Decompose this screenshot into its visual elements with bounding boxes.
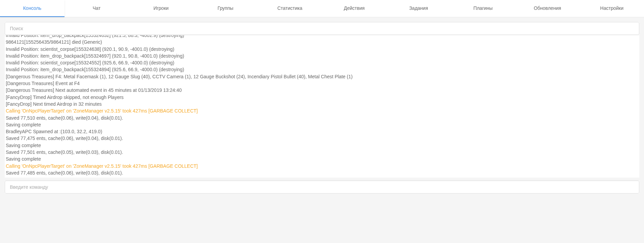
tab-groups[interactable]: Группы <box>193 0 258 17</box>
tab-statistics[interactable]: Статистика <box>258 0 322 17</box>
log-line: BradleyAPC Spawned at :(103.0, 32.2, 419… <box>5 128 639 135</box>
tab-tasks[interactable]: Задания <box>386 0 451 17</box>
log-line: Saved 77,501 ents, cache(0.05), write(0.… <box>5 149 639 156</box>
log-line: Calling 'OnNpcPlayerTarget' on 'ZoneMana… <box>5 107 639 114</box>
tab-console[interactable]: Консоль <box>0 0 65 17</box>
tab-plugins[interactable]: Плагины <box>451 0 515 17</box>
tab-settings[interactable]: Настройки <box>579 0 644 17</box>
log-line: Invalid Position: item_drop_backpack[155… <box>5 53 639 59</box>
log-line: Invalid Position: scientist_corpse[15532… <box>5 59 639 66</box>
log-line: 9864121[155256435/9864121] died (Generic… <box>5 39 639 45</box>
console-log[interactable]: Invalid Position: item_drop_backpack[155… <box>5 35 639 178</box>
log-line: Saving complete <box>5 156 639 162</box>
log-line: Invalid Position: item_drop_backpack[155… <box>5 66 639 73</box>
log-line: Saved 77,485 ents, cache(0.06), write(0.… <box>5 169 639 176</box>
search-input[interactable] <box>5 22 639 35</box>
tab-chat[interactable]: Чат <box>65 0 129 17</box>
tab-updates[interactable]: Обновления <box>515 0 580 17</box>
log-line: Saved 77,510 ents, cache(0.06), write(0.… <box>5 115 639 121</box>
log-line: [Dangerous Treasures] Event at F4 <box>5 80 639 87</box>
log-line: Saving complete <box>5 121 639 128</box>
log-line: Saving complete <box>5 142 639 149</box>
log-line: [FancyDrop] Next timed Airdrop in 32 min… <box>5 101 639 107</box>
log-line: [Dangerous Treasures] Next automated eve… <box>5 87 639 94</box>
tab-players[interactable]: Игроки <box>129 0 193 17</box>
log-line: Saved 77,475 ents, cache(0.06), write(0.… <box>5 135 639 142</box>
log-line: Invalid Position: item_drop_backpack[155… <box>5 35 639 39</box>
log-line: Invalid Position: scientist_corpse[15532… <box>5 46 639 53</box>
log-line: Calling 'OnNpcPlayerTarget' on 'ZoneMana… <box>5 163 639 169</box>
log-line: [FancyDrop] Timed Airdrop skipped, not e… <box>5 94 639 101</box>
tab-actions[interactable]: Действия <box>322 0 387 17</box>
tabs-bar: Консоль Чат Игроки Группы Статистика Дей… <box>0 0 644 17</box>
command-input[interactable] <box>5 181 639 194</box>
log-line: [Dangerous Treasures] F4: Metal Facemask… <box>5 73 639 80</box>
